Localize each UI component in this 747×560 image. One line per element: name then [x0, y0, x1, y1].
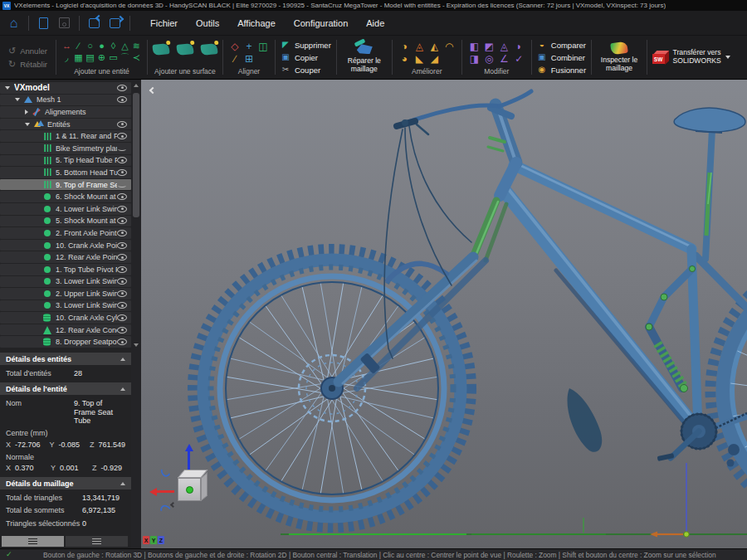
ellipse-entity-icon[interactable]: ◊ — [111, 41, 115, 51]
polyline-entity-icon[interactable]: ≺ — [133, 53, 140, 62]
left-axis-arrow-icon[interactable] — [156, 490, 174, 493]
visibility-eye-icon[interactable] — [117, 327, 127, 334]
visibility-eye-icon[interactable] — [117, 302, 127, 309]
fill-partial-icon[interactable]: ◕ — [402, 54, 408, 64]
fill-holes-icon[interactable]: ◑ — [402, 41, 408, 51]
tree-item-entity[interactable]: 5. Tip Head Tube Pl — [0, 155, 131, 167]
sphere-entity-icon[interactable]: ⊕ — [98, 53, 105, 62]
fusion-button[interactable]: ◉Fusionner — [537, 65, 586, 75]
undo-button[interactable]: ↺ Annuler — [8, 46, 47, 56]
open-session-button[interactable] — [84, 14, 105, 32]
add-surface-guided-icon[interactable] — [176, 43, 193, 56]
visibility-eye-icon[interactable] — [117, 157, 127, 163]
decimate-icon[interactable]: ◬ — [500, 41, 508, 51]
rectangle-entity-icon[interactable]: ▭ — [109, 53, 117, 62]
list-view-toggle-button[interactable] — [66, 536, 128, 547]
align-line-icon[interactable]: ∕ — [234, 54, 236, 64]
surface-patch-icon[interactable]: ◩ — [485, 41, 494, 51]
visibility-eye-icon[interactable] — [117, 133, 127, 139]
inspect-mesh-button[interactable]: Inspecter le maillage — [592, 36, 647, 79]
menu-outils[interactable]: Outils — [187, 18, 228, 28]
menu-affichage[interactable]: Affichage — [228, 18, 285, 28]
tree-item-entity[interactable]: 1 & 11. Rear and Fro — [0, 130, 131, 142]
tree-item-mesh1[interactable]: Mesh 1 — [0, 95, 131, 106]
align-axes-icon[interactable]: + — [246, 41, 251, 51]
shell-icon[interactable]: ◎ — [485, 54, 493, 64]
visibility-eye-icon[interactable] — [117, 254, 127, 261]
save-session-button[interactable] — [105, 14, 125, 32]
menu-fichier[interactable]: Fichier — [141, 18, 187, 28]
tree-item-entity[interactable]: 12. Rear Axle Cone — [0, 324, 131, 336]
rotate-arrow-icon[interactable] — [159, 465, 172, 478]
visibility-eye-icon[interactable] — [117, 121, 127, 128]
point-entity-icon[interactable]: ● — [99, 41, 105, 51]
menu-aide[interactable]: Aide — [357, 18, 393, 28]
visibility-eye-icon[interactable] — [117, 314, 127, 321]
tree-item-entites[interactable]: Entités — [0, 119, 131, 130]
combine-button[interactable]: ▣Combiner — [537, 52, 585, 63]
subdivide-icon[interactable]: ◗ — [516, 41, 522, 51]
arc-entity-icon[interactable]: ◞ — [65, 53, 68, 62]
tree-item-entity[interactable]: Bike Simmetry plan — [0, 143, 131, 154]
align-surface-icon[interactable]: ◫ — [258, 41, 267, 51]
tree-item-entity[interactable]: 6. Shock Mount at L — [0, 191, 131, 202]
defeature-icon[interactable]: ◧ — [470, 41, 479, 51]
tree-item-alignements[interactable]: Alignements — [0, 106, 131, 118]
add-surface-manual-icon[interactable] — [200, 43, 217, 56]
validate-icon[interactable]: ✓ — [515, 54, 523, 64]
chevron-down-icon[interactable] — [15, 98, 20, 101]
visibility-eye-icon[interactable] — [117, 230, 127, 236]
cone-entity-icon[interactable]: △ — [121, 41, 128, 51]
chevron-down-icon[interactable] — [5, 86, 10, 90]
tree-item-entity[interactable]: 5. Shock Mount at M — [0, 216, 131, 227]
tree-view-toggle-button[interactable] — [2, 536, 64, 547]
smooth-mesh-icon[interactable]: ◣ — [416, 54, 423, 64]
visibility-eye-icon[interactable] — [117, 169, 127, 176]
new-file-button[interactable] — [33, 14, 54, 32]
transfer-solidworks-button[interactable]: SW Transférer vers SOLIDWORKS — [647, 36, 734, 79]
chevron-right-icon[interactable] — [25, 110, 28, 114]
align-grid-icon[interactable]: ⊞ — [245, 54, 253, 64]
home-button[interactable]: ⌂ — [3, 14, 24, 32]
visibility-eye-icon[interactable] — [117, 290, 127, 297]
remove-spikes-icon[interactable]: ◭ — [431, 41, 438, 51]
distance-entity-icon[interactable]: ↔ — [62, 41, 71, 51]
visibility-eye-icon[interactable] — [117, 338, 127, 345]
redo-button[interactable]: ↻ Rétablir — [8, 60, 47, 69]
save-button[interactable] — [54, 14, 75, 32]
boundary-icon[interactable]: ◠ — [445, 41, 453, 51]
cut-button[interactable]: ✂Couper — [281, 65, 320, 75]
visibility-eye-icon[interactable] — [117, 96, 127, 103]
visibility-eye-icon[interactable] — [117, 193, 127, 200]
compare-button[interactable]: ◒Comparer — [537, 40, 586, 51]
clean-defects-icon[interactable]: ◬ — [416, 41, 423, 51]
repair-mesh-button[interactable]: Réparer le maillage — [337, 36, 392, 79]
tree-item-entity[interactable]: 3. Lower Link Swing — [0, 276, 131, 288]
line-entity-icon[interactable]: ∕ — [78, 41, 80, 51]
tree-item-entity[interactable]: 2. Upper Link Swing — [0, 288, 131, 299]
facet-plane-icon[interactable]: ▤ — [85, 53, 94, 62]
boolean-icon[interactable]: ◨ — [470, 54, 479, 64]
visibility-eye-icon[interactable] — [117, 206, 127, 212]
align-bestfit-icon[interactable]: ◇ — [231, 41, 238, 51]
tree-item-entity[interactable]: 2. Front Axle Point — [0, 227, 131, 239]
orientation-cube[interactable] — [153, 445, 222, 524]
visibility-eye-icon[interactable] — [117, 217, 127, 224]
visibility-eye-closed-icon[interactable] — [117, 182, 127, 187]
tree-item-entity[interactable]: 1. Top Tube Pivot Po — [0, 264, 131, 275]
menu-configuration[interactable]: Configuration — [285, 18, 357, 28]
tree-item-vxmodel[interactable]: VXmodel — [0, 82, 131, 94]
entities-details-header[interactable]: Détails des entités — [0, 353, 131, 365]
cube-side-face[interactable] — [201, 472, 208, 501]
scroll-down-icon[interactable] — [134, 343, 139, 347]
visibility-eye-icon[interactable] — [117, 266, 127, 273]
delete-button[interactable]: ◤Supprimer — [281, 40, 331, 51]
visibility-eye-icon[interactable] — [117, 85, 127, 91]
visibility-eye-closed-icon[interactable] — [117, 145, 127, 151]
tree-item-entity[interactable]: 10. Crank Axle Cylin — [0, 312, 131, 324]
tree-item-entity[interactable]: 5. Bottom Head Tub — [0, 167, 131, 178]
scroll-up-icon[interactable] — [134, 84, 139, 87]
viewport-3d[interactable]: X Y Z — [141, 80, 747, 548]
entity-details-header[interactable]: Détails de l'entité — [0, 382, 131, 395]
measure-angle-icon[interactable]: ∠ — [500, 54, 509, 64]
